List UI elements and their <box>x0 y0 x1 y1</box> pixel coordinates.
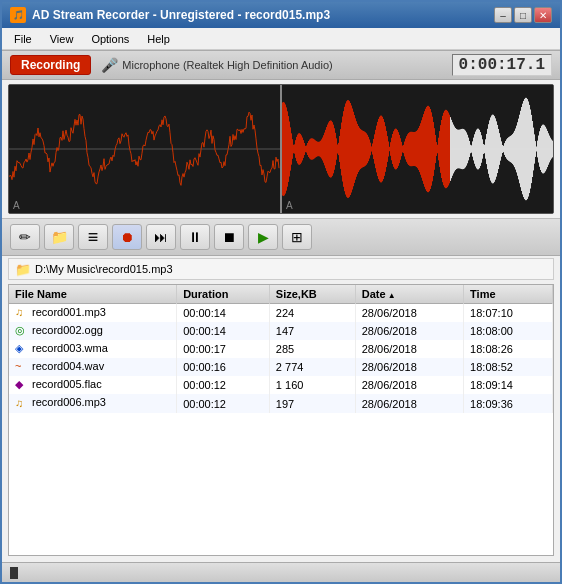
mic-info: 🎤 Microphone (Realtek High Definition Au… <box>101 57 441 73</box>
col-header-size[interactable]: Size,KB <box>269 285 355 304</box>
window-title: AD Stream Recorder - Unregistered - reco… <box>32 8 330 22</box>
grid-button[interactable]: ⊞ <box>282 224 312 250</box>
file-table-body: ♫record001.mp3 00:00:14 224 28/06/2018 1… <box>9 304 553 413</box>
left-waveform-canvas <box>9 85 280 213</box>
cell-filename: ~record004.wav <box>9 358 177 376</box>
title-bar: 🎵 AD Stream Recorder - Unregistered - re… <box>2 2 560 28</box>
cell-date: 28/06/2018 <box>355 358 463 376</box>
table-row[interactable]: ◈record003.wma 00:00:17 285 28/06/2018 1… <box>9 340 553 358</box>
cell-size: 197 <box>269 394 355 412</box>
status-bar: Recording 🎤 Microphone (Realtek High Def… <box>2 50 560 80</box>
menu-file[interactable]: File <box>6 31 40 47</box>
cell-time: 18:09:36 <box>464 394 553 412</box>
file-type-icon: ♫ <box>15 397 29 411</box>
cell-size: 1 160 <box>269 376 355 394</box>
col-header-time[interactable]: Time <box>464 285 553 304</box>
table-row[interactable]: ~record004.wav 00:00:16 2 774 28/06/2018… <box>9 358 553 376</box>
file-list-container[interactable]: File Name Duration Size,KB Date Time ♫re… <box>8 284 554 556</box>
main-window: 🎵 AD Stream Recorder - Unregistered - re… <box>0 0 562 584</box>
file-type-icon: ◆ <box>15 378 29 392</box>
cell-filename: ♫record006.mp3 <box>9 394 177 412</box>
menu-bar: File View Options Help <box>2 28 560 50</box>
edit-button[interactable]: ✏ <box>10 224 40 250</box>
cell-date: 28/06/2018 <box>355 340 463 358</box>
cell-duration: 00:00:17 <box>177 340 270 358</box>
waveform-container <box>8 84 554 214</box>
menu-help[interactable]: Help <box>139 31 178 47</box>
cell-filename: ♫record001.mp3 <box>9 304 177 323</box>
current-filepath: D:\My Music\record015.mp3 <box>35 263 173 275</box>
pause-button[interactable]: ⏸ <box>180 224 210 250</box>
cell-date: 28/06/2018 <box>355 322 463 340</box>
list-button[interactable]: ≡ <box>78 224 108 250</box>
menu-view[interactable]: View <box>42 31 82 47</box>
cell-duration: 00:00:12 <box>177 394 270 412</box>
table-row[interactable]: ◆record005.flac 00:00:12 1 160 28/06/201… <box>9 376 553 394</box>
open-button[interactable]: 📁 <box>44 224 74 250</box>
cell-date: 28/06/2018 <box>355 394 463 412</box>
cell-duration: 00:00:14 <box>177 322 270 340</box>
table-row[interactable]: ♫record006.mp3 00:00:12 197 28/06/2018 1… <box>9 394 553 412</box>
file-table: File Name Duration Size,KB Date Time ♫re… <box>9 285 553 413</box>
file-type-icon: ◎ <box>15 324 29 338</box>
table-header-row: File Name Duration Size,KB Date Time <box>9 285 553 304</box>
bottom-bar <box>2 562 560 582</box>
menu-options[interactable]: Options <box>83 31 137 47</box>
file-type-icon: ♫ <box>15 306 29 320</box>
cell-date: 28/06/2018 <box>355 304 463 323</box>
cell-time: 18:08:00 <box>464 322 553 340</box>
cell-duration: 00:00:14 <box>177 304 270 323</box>
cell-filename: ◆record005.flac <box>9 376 177 394</box>
cell-time: 18:09:14 <box>464 376 553 394</box>
microphone-icon: 🎤 <box>101 57 118 73</box>
cell-size: 285 <box>269 340 355 358</box>
app-icon: 🎵 <box>10 7 26 23</box>
cell-time: 18:08:52 <box>464 358 553 376</box>
minimize-button[interactable]: – <box>494 7 512 23</box>
cell-filename: ◎record002.ogg <box>9 322 177 340</box>
recording-badge: Recording <box>10 55 91 75</box>
file-type-icon: ~ <box>15 360 29 374</box>
cell-duration: 00:00:12 <box>177 376 270 394</box>
cell-time: 18:07:10 <box>464 304 553 323</box>
file-type-icon: ◈ <box>15 342 29 356</box>
window-controls: – □ ✕ <box>494 7 552 23</box>
toolbar: ✏ 📁 ≡ ⏺ ⏭ ⏸ ⏹ ▶ ⊞ <box>2 218 560 256</box>
col-header-date[interactable]: Date <box>355 285 463 304</box>
table-row[interactable]: ♫record001.mp3 00:00:14 224 28/06/2018 1… <box>9 304 553 323</box>
waveform-left <box>9 85 282 213</box>
cell-filename: ◈record003.wma <box>9 340 177 358</box>
recording-timer: 0:00:17.1 <box>452 54 552 76</box>
title-bar-text: 🎵 AD Stream Recorder - Unregistered - re… <box>10 7 330 23</box>
cell-size: 147 <box>269 322 355 340</box>
cell-size: 224 <box>269 304 355 323</box>
cell-size: 2 774 <box>269 358 355 376</box>
maximize-button[interactable]: □ <box>514 7 532 23</box>
waveform-right <box>282 85 553 213</box>
cell-duration: 00:00:16 <box>177 358 270 376</box>
play-button[interactable]: ▶ <box>248 224 278 250</box>
cell-time: 18:08:26 <box>464 340 553 358</box>
folder-icon: 📁 <box>15 262 31 277</box>
col-header-filename[interactable]: File Name <box>9 285 177 304</box>
cell-date: 28/06/2018 <box>355 376 463 394</box>
col-header-duration[interactable]: Duration <box>177 285 270 304</box>
right-waveform-canvas <box>282 85 553 213</box>
cursor-indicator <box>10 567 18 579</box>
next-button[interactable]: ⏭ <box>146 224 176 250</box>
record-button[interactable]: ⏺ <box>112 224 142 250</box>
close-button[interactable]: ✕ <box>534 7 552 23</box>
mic-label: Microphone (Realtek High Definition Audi… <box>122 59 332 71</box>
stop-button[interactable]: ⏹ <box>214 224 244 250</box>
table-row[interactable]: ◎record002.ogg 00:00:14 147 28/06/2018 1… <box>9 322 553 340</box>
filepath-bar: 📁 D:\My Music\record015.mp3 <box>8 258 554 280</box>
